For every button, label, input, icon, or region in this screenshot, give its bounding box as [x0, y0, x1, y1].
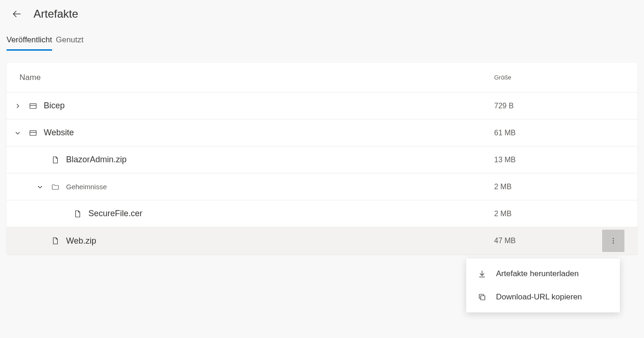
- file-icon: [51, 156, 60, 164]
- row-name-label: Website: [44, 128, 74, 138]
- expand-toggle[interactable]: [7, 103, 29, 109]
- table-row[interactable]: Web.zip47 MB: [7, 227, 637, 254]
- size-cell: 729 B: [494, 102, 597, 110]
- size-cell: 2 MB: [494, 183, 597, 191]
- row-name-label: Web.zip: [66, 236, 96, 246]
- table-row[interactable]: SecureFile.cer2 MB: [7, 200, 637, 227]
- chevron-down-icon: [14, 130, 21, 136]
- column-header-name[interactable]: Name: [20, 73, 494, 82]
- row-icon: [74, 210, 87, 218]
- file-icon: [51, 237, 60, 245]
- name-cell: Web.zip: [7, 236, 494, 246]
- svg-rect-10: [481, 296, 485, 300]
- row-icon: [51, 156, 64, 164]
- row-name-label: Bicep: [44, 101, 65, 111]
- svg-point-5: [613, 238, 614, 239]
- tab-used[interactable]: Genutzt: [56, 35, 84, 51]
- svg-rect-1: [30, 103, 36, 108]
- row-icon: [29, 129, 42, 137]
- size-cell: 2 MB: [494, 210, 597, 218]
- size-cell: 47 MB: [494, 237, 597, 245]
- row-icon: [51, 183, 64, 191]
- svg-rect-3: [30, 130, 36, 135]
- name-cell: Bicep: [7, 101, 494, 111]
- context-menu: Artefakte herunterladen Download-URL kop…: [466, 258, 620, 312]
- artifacts-table: Name Größe Bicep729 BWebsite61 MBBlazorA…: [7, 63, 637, 254]
- table-row[interactable]: Bicep729 B: [7, 93, 637, 119]
- folder-icon: [51, 183, 60, 191]
- more-actions-button[interactable]: [602, 230, 624, 252]
- chevron-down-icon: [37, 184, 43, 190]
- tab-published[interactable]: Veröffentlicht: [7, 35, 52, 51]
- menu-item-copy-download-url[interactable]: Download-URL kopieren: [466, 285, 620, 309]
- row-name-label: SecureFile.cer: [88, 209, 142, 219]
- menu-item-download-artifacts[interactable]: Artefakte herunterladen: [466, 262, 620, 285]
- actions-cell: [597, 230, 624, 252]
- svg-point-7: [613, 243, 614, 244]
- name-cell: BlazorAdmin.zip: [7, 155, 494, 165]
- download-icon: [477, 270, 487, 278]
- page-header: Artefakte: [0, 0, 644, 26]
- back-button[interactable]: [9, 7, 24, 21]
- table-row[interactable]: Website61 MB: [7, 119, 637, 146]
- menu-item-label: Download-URL kopieren: [496, 292, 582, 302]
- table-header-row: Name Größe: [7, 63, 637, 93]
- table-row[interactable]: Geheimnisse2 MB: [7, 173, 637, 200]
- resource-group-icon: [29, 129, 37, 137]
- name-cell: Website: [7, 128, 494, 138]
- row-name-label: BlazorAdmin.zip: [66, 155, 127, 165]
- chevron-right-icon: [14, 103, 21, 109]
- row-name-label: Geheimnisse: [66, 183, 107, 191]
- name-cell: SecureFile.cer: [7, 209, 494, 219]
- column-header-size[interactable]: Größe: [494, 74, 597, 81]
- arrow-left-icon: [12, 9, 22, 19]
- tabs-bar: Veröffentlicht Genutzt: [0, 26, 644, 51]
- file-icon: [74, 210, 82, 218]
- row-icon: [51, 237, 64, 245]
- table-row[interactable]: BlazorAdmin.zip13 MB: [7, 146, 637, 173]
- more-vertical-icon: [610, 237, 617, 245]
- name-cell: Geheimnisse: [7, 183, 494, 191]
- resource-group-icon: [29, 102, 37, 110]
- expand-toggle[interactable]: [7, 130, 29, 136]
- page-title: Artefakte: [34, 7, 78, 20]
- menu-item-label: Artefakte herunterladen: [496, 269, 579, 278]
- size-cell: 13 MB: [494, 156, 597, 164]
- size-cell: 61 MB: [494, 129, 597, 137]
- copy-icon: [477, 293, 487, 301]
- svg-point-6: [613, 240, 614, 241]
- expand-toggle[interactable]: [29, 184, 51, 190]
- row-icon: [29, 102, 42, 110]
